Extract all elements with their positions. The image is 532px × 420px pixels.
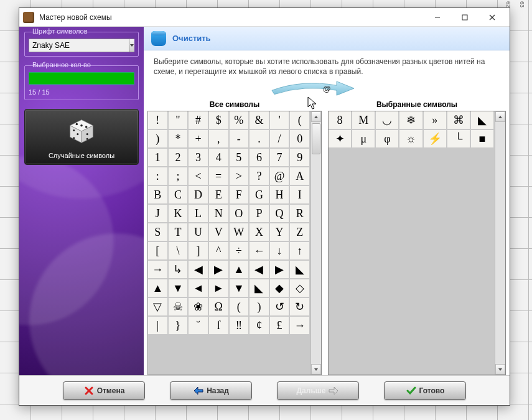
cancel-button[interactable]: Отмена [63, 381, 145, 400]
symbol-cell[interactable]: ↑ [290, 242, 310, 261]
scroll-down-button[interactable] [495, 364, 505, 375]
symbol-cell[interactable]: G [250, 186, 270, 205]
symbol-cell[interactable]: ☠ [169, 298, 189, 317]
scroll-track[interactable] [495, 122, 505, 364]
symbol-cell[interactable]: $ [209, 111, 230, 130]
symbol-cell[interactable]: T [169, 223, 189, 242]
selected-symbol-cell[interactable]: M [352, 111, 376, 130]
close-button[interactable] [478, 9, 506, 26]
symbol-cell[interactable]: / [270, 130, 291, 149]
symbol-cell[interactable]: Q [270, 205, 291, 223]
selected-symbols-scrollbar[interactable] [495, 111, 505, 375]
selected-symbol-cell[interactable]: μ [352, 130, 376, 149]
font-combobox-dropdown-button[interactable] [129, 39, 134, 52]
symbol-cell[interactable]: O [230, 205, 250, 223]
selected-symbol-cell[interactable]: » [424, 111, 447, 130]
symbol-cell[interactable]: I [290, 186, 310, 205]
symbol-cell[interactable]: A [290, 167, 310, 186]
symbol-cell[interactable]: " [169, 111, 189, 130]
symbol-cell[interactable]: → [148, 261, 169, 279]
minimize-button[interactable] [424, 9, 451, 26]
symbol-cell[interactable]: ◆ [270, 279, 291, 298]
symbol-cell[interactable]: ▼ [169, 279, 189, 298]
symbol-cell[interactable]: ( [230, 298, 250, 317]
symbol-cell[interactable]: ▲ [230, 261, 250, 279]
symbol-cell[interactable]: } [169, 317, 189, 335]
symbol-cell[interactable]: \ [169, 242, 189, 261]
symbol-cell[interactable]: ſ [209, 317, 230, 335]
symbol-cell[interactable]: ˘ [189, 317, 209, 335]
symbol-cell[interactable]: % [230, 111, 250, 130]
symbol-cell[interactable]: ' [270, 111, 291, 130]
symbol-cell[interactable]: J [148, 205, 169, 223]
symbol-cell[interactable]: 1 [148, 149, 169, 167]
symbol-cell[interactable]: ? [250, 167, 270, 186]
next-button[interactable]: Дальше [277, 381, 359, 400]
symbol-cell[interactable]: B [148, 186, 169, 205]
symbol-cell[interactable]: ▽ [148, 298, 169, 317]
symbol-cell[interactable]: ‼ [230, 317, 250, 335]
clear-toolbar[interactable]: Очистить [144, 27, 510, 50]
symbol-cell[interactable]: - [230, 130, 250, 149]
symbol-cell[interactable]: & [250, 111, 270, 130]
selected-symbol-cell[interactable]: ❄ [399, 111, 423, 130]
symbol-cell[interactable]: ( [290, 111, 310, 130]
font-combobox-value[interactable] [29, 39, 129, 52]
symbol-cell[interactable]: , [209, 130, 230, 149]
selected-symbol-cell[interactable]: ☼ [399, 130, 423, 149]
symbol-cell[interactable]: D [189, 186, 209, 205]
scroll-up-button[interactable] [495, 111, 505, 122]
symbol-cell[interactable]: ; [169, 167, 189, 186]
random-symbols-button[interactable]: Случайные символы [24, 109, 139, 165]
symbol-cell[interactable]: E [209, 186, 230, 205]
symbol-cell[interactable]: ▶ [209, 261, 230, 279]
symbol-cell[interactable]: ▲ [148, 279, 169, 298]
symbol-cell[interactable]: R [290, 205, 310, 223]
symbol-cell[interactable]: ) [250, 298, 270, 317]
symbol-cell[interactable]: 6 [250, 149, 270, 167]
symbol-cell[interactable]: X [250, 223, 270, 242]
symbol-cell[interactable]: 5 [230, 149, 250, 167]
symbol-cell[interactable]: F [230, 186, 250, 205]
symbol-cell[interactable]: K [169, 205, 189, 223]
all-symbols-scrollbar[interactable] [310, 111, 321, 375]
symbol-cell[interactable]: # [189, 111, 209, 130]
symbol-cell[interactable]: ¢ [250, 317, 270, 335]
finish-button[interactable]: Готово [384, 381, 466, 400]
maximize-button[interactable] [451, 9, 478, 26]
symbol-cell[interactable]: W [230, 223, 250, 242]
symbol-cell[interactable]: 0 [290, 130, 310, 149]
selected-symbol-cell[interactable]: ◡ [376, 111, 399, 130]
symbol-cell[interactable]: ] [189, 242, 209, 261]
all-symbols-grid[interactable]: !"#$%&'()*+,-./012345679:;<=>?@ABCDEFGHI… [148, 111, 310, 335]
scroll-track[interactable] [311, 122, 321, 364]
symbol-cell[interactable]: > [230, 167, 250, 186]
symbol-cell[interactable]: ^ [209, 242, 230, 261]
symbol-cell[interactable]: C [169, 186, 189, 205]
symbol-cell[interactable]: : [148, 167, 169, 186]
symbol-cell[interactable]: ▶ [270, 261, 291, 279]
symbol-cell[interactable]: ÷ [230, 242, 250, 261]
symbol-cell[interactable]: 3 [189, 149, 209, 167]
symbol-cell[interactable]: ◇ [290, 279, 310, 298]
symbol-cell[interactable]: [ [148, 242, 169, 261]
selected-symbol-cell[interactable]: ⌘ [447, 111, 471, 130]
symbol-cell[interactable]: N [209, 205, 230, 223]
symbol-cell[interactable]: ! [148, 111, 169, 130]
symbol-cell[interactable]: P [250, 205, 270, 223]
symbol-cell[interactable]: Z [290, 223, 310, 242]
symbol-cell[interactable]: Y [270, 223, 291, 242]
symbol-cell[interactable]: ◀ [250, 261, 270, 279]
symbol-cell[interactable]: = [209, 167, 230, 186]
selected-symbol-cell[interactable]: ⚡ [424, 130, 447, 149]
selected-symbol-cell[interactable]: 8 [329, 111, 352, 130]
symbol-cell[interactable]: ◣ [290, 261, 310, 279]
symbol-cell[interactable]: < [189, 167, 209, 186]
selected-symbol-cell[interactable]: φ [376, 130, 399, 149]
symbol-cell[interactable]: ↓ [270, 242, 291, 261]
selected-symbol-cell[interactable]: └ [447, 130, 471, 149]
font-combobox[interactable] [29, 39, 134, 52]
symbol-cell[interactable]: * [169, 130, 189, 149]
symbol-cell[interactable]: | [148, 317, 169, 335]
symbol-cell[interactable]: ▼ [230, 279, 250, 298]
